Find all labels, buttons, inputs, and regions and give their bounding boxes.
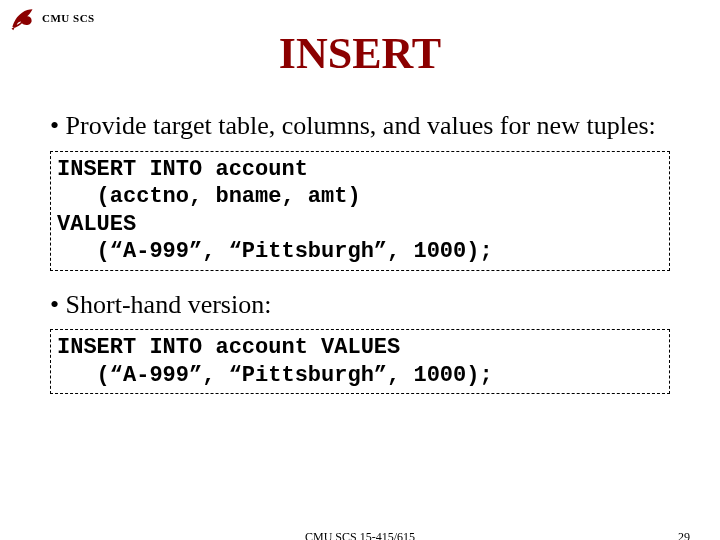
footer-page-number: 29 [678, 530, 690, 540]
slide-content: Provide target table, columns, and value… [50, 110, 670, 412]
code-block-short: INSERT INTO account VALUES (“A-999”, “Pi… [50, 329, 670, 394]
footer-course: CMU SCS 15-415/615 [0, 530, 720, 540]
bullet-intro: Provide target table, columns, and value… [50, 110, 670, 143]
code-block-full: INSERT INTO account (acctno, bname, amt)… [50, 151, 670, 271]
slide-title: INSERT [0, 28, 720, 79]
bullet-shorthand: Short-hand version: [50, 289, 670, 322]
org-label: CMU SCS [42, 12, 95, 24]
